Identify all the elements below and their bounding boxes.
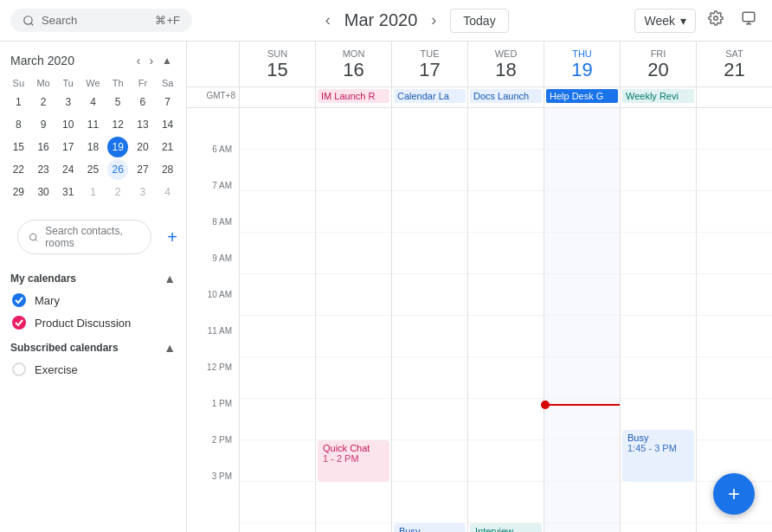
day-header-tue[interactable]: Tue 17 <box>391 42 467 87</box>
day-label-tu: Tu <box>56 76 80 90</box>
time-spacer <box>187 108 239 150</box>
mini-cal-collapse[interactable]: ▲ <box>158 52 176 69</box>
today-button[interactable]: Today <box>450 9 508 33</box>
allday-event-calendar-launch[interactable]: Calendar La <box>394 89 466 103</box>
mini-cal-title: March 2020 <box>10 54 74 67</box>
mini-cal-day[interactable]: 6 <box>132 92 153 112</box>
mini-cal-prev[interactable]: ‹ <box>133 52 145 69</box>
time-label-6am: 6 AM <box>187 144 239 186</box>
settings-button[interactable] <box>703 5 729 35</box>
mini-cal-day[interactable]: 4 <box>82 92 103 112</box>
mini-cal-day[interactable]: 3 <box>132 182 153 202</box>
day-header-sat[interactable]: Sat 21 <box>696 42 772 87</box>
mini-cal-day[interactable]: 2 <box>107 182 128 202</box>
mini-cal-day[interactable]: 22 <box>8 159 29 180</box>
allday-event-weekly-review[interactable]: Weekly Revi <box>622 89 694 103</box>
allday-event-help-desk[interactable]: Help Desk G <box>546 89 618 103</box>
subscribed-calendars-header: Subscribed calendars ▲ <box>0 334 186 358</box>
day-header-mon[interactable]: Mon 16 <box>315 42 391 87</box>
mini-cal-day[interactable]: 20 <box>132 137 153 157</box>
day-label-we: We <box>81 76 105 90</box>
allday-event-docs-launch[interactable]: Docs Launch <box>470 89 542 103</box>
time-label-7am: 7 AM <box>187 181 239 222</box>
day-label-sa: Sa <box>156 76 179 90</box>
calendar-item-exercise[interactable]: Exercise <box>0 358 186 381</box>
event-busy-fri[interactable]: Busy 1:45 - 3 PM <box>622 430 694 482</box>
time-label-9am: 9 AM <box>187 253 239 295</box>
subscribed-collapse[interactable]: ▲ <box>164 341 176 355</box>
day-header-sun[interactable]: Sun 15 <box>239 42 315 87</box>
mini-cal-day[interactable]: 21 <box>158 137 178 157</box>
allday-sat[interactable] <box>696 87 772 107</box>
gmt-label <box>187 42 239 87</box>
day-col-sat[interactable] <box>696 108 772 532</box>
mini-cal-day[interactable]: 25 <box>82 159 103 180</box>
open-in-new-button[interactable] <box>736 5 762 35</box>
search-box[interactable]: Search ⌘+F <box>10 9 192 32</box>
mini-cal-day[interactable]: 9 <box>33 114 54 135</box>
mini-cal-day[interactable]: 23 <box>33 159 54 180</box>
next-button[interactable]: › <box>424 8 443 33</box>
time-label-12pm: 12 PM <box>187 362 239 404</box>
day-header-wed[interactable]: Wed 18 <box>467 42 544 87</box>
mini-cal-day[interactable]: 10 <box>58 114 79 135</box>
nav-center: ‹ Mar 2020 › Today <box>203 8 624 33</box>
calendar-checkbox-exercise <box>12 362 26 376</box>
mini-cal-day[interactable]: 16 <box>33 137 54 157</box>
allday-fri[interactable]: Weekly Revi <box>620 87 696 107</box>
mini-cal-day[interactable]: 15 <box>8 137 29 157</box>
time-label-10am: 10 AM <box>187 290 239 331</box>
mini-cal-day[interactable]: 1 <box>8 92 29 112</box>
mini-cal-day-today[interactable]: 19 <box>107 137 128 157</box>
day-col-fri[interactable]: Busy 1:45 - 3 PM <box>620 108 696 532</box>
mini-cal-day[interactable]: 5 <box>107 92 128 112</box>
day-col-sun[interactable] <box>239 108 315 532</box>
mini-cal-day[interactable]: 24 <box>58 159 79 180</box>
create-event-fab[interactable]: + <box>713 473 755 515</box>
view-select[interactable]: Week ▾ <box>634 9 696 33</box>
event-interview[interactable]: Interview 3 – 5:30 PM <box>470 523 542 532</box>
mini-cal-day[interactable]: 7 <box>158 92 178 112</box>
mini-cal-day[interactable]: 8 <box>8 114 29 135</box>
calendar-item-mary[interactable]: Mary <box>0 289 186 311</box>
day-header-fri[interactable]: Fri 20 <box>620 42 696 87</box>
mini-cal-next[interactable]: › <box>145 52 157 69</box>
svg-line-1 <box>31 22 34 25</box>
mini-cal-day[interactable]: 31 <box>58 182 79 202</box>
allday-wed[interactable]: Docs Launch <box>467 87 544 107</box>
mini-cal-day[interactable]: 4 <box>158 182 178 202</box>
mini-cal-day[interactable]: 13 <box>132 114 153 135</box>
allday-event-im-launch[interactable]: IM Launch R <box>318 89 389 103</box>
mini-cal-day[interactable]: 28 <box>158 159 178 180</box>
mini-cal-day-selected[interactable]: 26 <box>107 159 128 180</box>
calendar-item-product-discussion[interactable]: Product Discussion <box>0 311 186 334</box>
mini-cal-day[interactable]: 1 <box>82 182 103 202</box>
mini-cal-day[interactable]: 30 <box>33 182 54 202</box>
day-header-thu[interactable]: Thu 19 <box>544 42 620 87</box>
day-col-mon[interactable]: Quick Chat 1 - 2 PM <box>315 108 391 532</box>
mini-cal-day[interactable]: 14 <box>158 114 178 135</box>
my-calendars-collapse[interactable]: ▲ <box>164 272 176 285</box>
prev-button[interactable]: ‹ <box>318 8 338 33</box>
mini-cal-day[interactable]: 2 <box>33 92 54 112</box>
mini-cal-day[interactable]: 18 <box>82 137 103 157</box>
allday-tue[interactable]: Calendar La <box>391 87 467 107</box>
event-title: Busy <box>399 526 460 532</box>
day-col-tue[interactable]: Busy 3 - 4 PM <box>391 108 467 532</box>
allday-sun[interactable] <box>239 87 315 107</box>
mini-cal-day[interactable]: 3 <box>58 92 79 112</box>
mini-cal-day[interactable]: 11 <box>82 114 103 135</box>
allday-thu[interactable]: Help Desk G <box>544 87 620 107</box>
event-quick-chat[interactable]: Quick Chat 1 - 2 PM <box>318 440 389 482</box>
contacts-search-box[interactable]: Search contacts, rooms <box>17 220 151 254</box>
mini-cal-day[interactable]: 17 <box>58 137 79 157</box>
mini-cal-day[interactable]: 29 <box>8 182 29 202</box>
mini-cal-day[interactable]: 12 <box>107 114 128 135</box>
event-busy-tue[interactable]: Busy 3 - 4 PM <box>394 523 466 532</box>
day-col-wed[interactable]: Interview 3 – 5:30 PM <box>467 108 544 532</box>
allday-mon[interactable]: IM Launch R <box>315 87 391 107</box>
mini-cal-day[interactable]: 27 <box>132 159 153 180</box>
day-col-thu[interactable] <box>544 108 620 532</box>
day-num-mon: 16 <box>316 59 391 81</box>
add-contact-button[interactable]: + <box>165 226 179 249</box>
